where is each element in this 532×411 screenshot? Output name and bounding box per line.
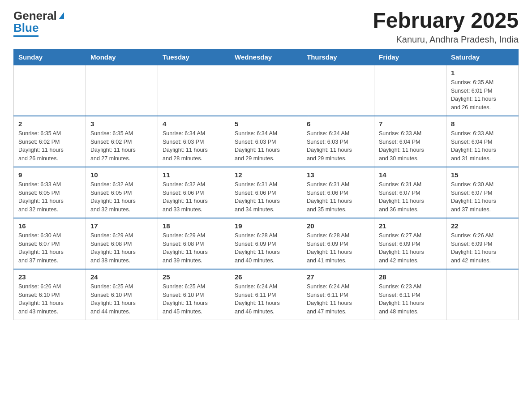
day-number: 23	[18, 273, 81, 281]
calendar-cell: 14Sunrise: 6:31 AM Sunset: 6:07 PM Dayli…	[374, 167, 446, 218]
calendar-header-row: SundayMondayTuesdayWednesdayThursdayFrid…	[14, 49, 519, 65]
day-info: Sunrise: 6:31 AM Sunset: 6:07 PM Dayligh…	[379, 180, 442, 214]
day-info: Sunrise: 6:34 AM Sunset: 6:03 PM Dayligh…	[235, 129, 297, 163]
weekday-header-saturday: Saturday	[446, 49, 519, 65]
day-number: 28	[379, 273, 442, 281]
day-number: 10	[90, 171, 153, 179]
day-number: 26	[235, 273, 297, 281]
calendar-cell: 28Sunrise: 6:23 AM Sunset: 6:11 PM Dayli…	[374, 269, 446, 320]
day-number: 20	[307, 222, 369, 230]
calendar-cell: 7Sunrise: 6:33 AM Sunset: 6:04 PM Daylig…	[374, 116, 446, 167]
calendar-cell: 20Sunrise: 6:28 AM Sunset: 6:09 PM Dayli…	[302, 218, 374, 269]
calendar-cell	[86, 65, 158, 116]
title-section: February 2025 Kanuru, Andhra Pradesh, In…	[373, 9, 519, 45]
day-info: Sunrise: 6:32 AM Sunset: 6:06 PM Dayligh…	[163, 180, 225, 214]
calendar-cell: 6Sunrise: 6:34 AM Sunset: 6:03 PM Daylig…	[302, 116, 374, 167]
day-info: Sunrise: 6:27 AM Sunset: 6:09 PM Dayligh…	[379, 231, 442, 265]
day-number: 12	[235, 171, 297, 179]
day-info: Sunrise: 6:33 AM Sunset: 6:04 PM Dayligh…	[379, 129, 442, 163]
day-info: Sunrise: 6:28 AM Sunset: 6:09 PM Dayligh…	[235, 231, 297, 265]
calendar-cell: 21Sunrise: 6:27 AM Sunset: 6:09 PM Dayli…	[374, 218, 446, 269]
calendar-cell: 19Sunrise: 6:28 AM Sunset: 6:09 PM Dayli…	[230, 218, 302, 269]
calendar-week-2: 2Sunrise: 6:35 AM Sunset: 6:02 PM Daylig…	[14, 116, 519, 167]
calendar-cell: 17Sunrise: 6:29 AM Sunset: 6:08 PM Dayli…	[86, 218, 158, 269]
calendar-cell: 8Sunrise: 6:33 AM Sunset: 6:04 PM Daylig…	[446, 116, 519, 167]
day-number: 24	[90, 273, 153, 281]
day-info: Sunrise: 6:30 AM Sunset: 6:07 PM Dayligh…	[451, 180, 514, 214]
calendar-cell	[158, 65, 230, 116]
day-info: Sunrise: 6:32 AM Sunset: 6:05 PM Dayligh…	[90, 180, 153, 214]
day-number: 13	[307, 171, 369, 179]
day-info: Sunrise: 6:30 AM Sunset: 6:07 PM Dayligh…	[18, 231, 81, 265]
month-title: February 2025	[373, 9, 519, 33]
day-number: 17	[90, 222, 153, 230]
calendar-cell	[374, 65, 446, 116]
day-number: 14	[379, 171, 442, 179]
day-number: 8	[451, 120, 514, 128]
day-number: 5	[235, 120, 297, 128]
calendar-cell: 18Sunrise: 6:29 AM Sunset: 6:08 PM Dayli…	[158, 218, 230, 269]
calendar-cell: 1Sunrise: 6:35 AM Sunset: 6:01 PM Daylig…	[446, 65, 519, 116]
day-info: Sunrise: 6:35 AM Sunset: 6:02 PM Dayligh…	[18, 129, 81, 163]
day-number: 27	[307, 273, 369, 281]
logo-triangle	[59, 12, 64, 19]
calendar-cell: 12Sunrise: 6:31 AM Sunset: 6:06 PM Dayli…	[230, 167, 302, 218]
calendar-cell: 24Sunrise: 6:25 AM Sunset: 6:10 PM Dayli…	[86, 269, 158, 320]
day-info: Sunrise: 6:35 AM Sunset: 6:01 PM Dayligh…	[451, 78, 514, 112]
calendar-cell	[230, 65, 302, 116]
day-number: 9	[18, 171, 81, 179]
weekday-header-wednesday: Wednesday	[230, 49, 302, 65]
logo-blue-text: Blue	[13, 21, 39, 37]
day-number: 18	[163, 222, 225, 230]
day-number: 6	[307, 120, 369, 128]
calendar-cell: 13Sunrise: 6:31 AM Sunset: 6:06 PM Dayli…	[302, 167, 374, 218]
calendar-cell: 23Sunrise: 6:26 AM Sunset: 6:10 PM Dayli…	[14, 269, 86, 320]
calendar-cell: 9Sunrise: 6:33 AM Sunset: 6:05 PM Daylig…	[14, 167, 86, 218]
weekday-header-friday: Friday	[374, 49, 446, 65]
calendar-cell: 15Sunrise: 6:30 AM Sunset: 6:07 PM Dayli…	[446, 167, 519, 218]
calendar-cell: 2Sunrise: 6:35 AM Sunset: 6:02 PM Daylig…	[14, 116, 86, 167]
calendar-week-4: 16Sunrise: 6:30 AM Sunset: 6:07 PM Dayli…	[14, 218, 519, 269]
calendar-cell: 16Sunrise: 6:30 AM Sunset: 6:07 PM Dayli…	[14, 218, 86, 269]
day-info: Sunrise: 6:34 AM Sunset: 6:03 PM Dayligh…	[307, 129, 369, 163]
day-number: 3	[90, 120, 153, 128]
calendar-week-3: 9Sunrise: 6:33 AM Sunset: 6:05 PM Daylig…	[14, 167, 519, 218]
day-info: Sunrise: 6:25 AM Sunset: 6:10 PM Dayligh…	[163, 283, 225, 316]
day-info: Sunrise: 6:25 AM Sunset: 6:10 PM Dayligh…	[90, 283, 153, 316]
calendar-table: SundayMondayTuesdayWednesdayThursdayFrid…	[13, 49, 519, 320]
calendar-cell	[302, 65, 374, 116]
calendar-cell	[446, 269, 519, 320]
day-info: Sunrise: 6:35 AM Sunset: 6:02 PM Dayligh…	[90, 129, 153, 163]
calendar-cell: 27Sunrise: 6:24 AM Sunset: 6:11 PM Dayli…	[302, 269, 374, 320]
day-info: Sunrise: 6:31 AM Sunset: 6:06 PM Dayligh…	[235, 180, 297, 214]
location-subtitle: Kanuru, Andhra Pradesh, India	[373, 34, 519, 45]
day-number: 22	[451, 222, 514, 230]
day-number: 25	[163, 273, 225, 281]
day-number: 2	[18, 120, 81, 128]
weekday-header-sunday: Sunday	[14, 49, 86, 65]
day-info: Sunrise: 6:31 AM Sunset: 6:06 PM Dayligh…	[307, 180, 369, 214]
day-number: 15	[451, 171, 514, 179]
day-info: Sunrise: 6:29 AM Sunset: 6:08 PM Dayligh…	[90, 231, 153, 265]
logo: General Blue	[13, 9, 64, 37]
day-number: 19	[235, 222, 297, 230]
calendar-cell: 22Sunrise: 6:26 AM Sunset: 6:09 PM Dayli…	[446, 218, 519, 269]
calendar-cell	[14, 65, 86, 116]
weekday-header-thursday: Thursday	[302, 49, 374, 65]
day-info: Sunrise: 6:33 AM Sunset: 6:05 PM Dayligh…	[18, 180, 81, 214]
day-info: Sunrise: 6:33 AM Sunset: 6:04 PM Dayligh…	[451, 129, 514, 163]
calendar-week-1: 1Sunrise: 6:35 AM Sunset: 6:01 PM Daylig…	[14, 65, 519, 116]
day-info: Sunrise: 6:29 AM Sunset: 6:08 PM Dayligh…	[163, 231, 225, 265]
day-number: 21	[379, 222, 442, 230]
calendar-cell: 26Sunrise: 6:24 AM Sunset: 6:11 PM Dayli…	[230, 269, 302, 320]
day-info: Sunrise: 6:24 AM Sunset: 6:11 PM Dayligh…	[235, 283, 297, 316]
day-number: 4	[163, 120, 225, 128]
weekday-header-tuesday: Tuesday	[158, 49, 230, 65]
day-info: Sunrise: 6:23 AM Sunset: 6:11 PM Dayligh…	[379, 283, 442, 316]
calendar-cell: 3Sunrise: 6:35 AM Sunset: 6:02 PM Daylig…	[86, 116, 158, 167]
weekday-header-monday: Monday	[86, 49, 158, 65]
day-number: 16	[18, 222, 81, 230]
day-info: Sunrise: 6:28 AM Sunset: 6:09 PM Dayligh…	[307, 231, 369, 265]
day-info: Sunrise: 6:26 AM Sunset: 6:10 PM Dayligh…	[18, 283, 81, 316]
day-info: Sunrise: 6:26 AM Sunset: 6:09 PM Dayligh…	[451, 231, 514, 265]
